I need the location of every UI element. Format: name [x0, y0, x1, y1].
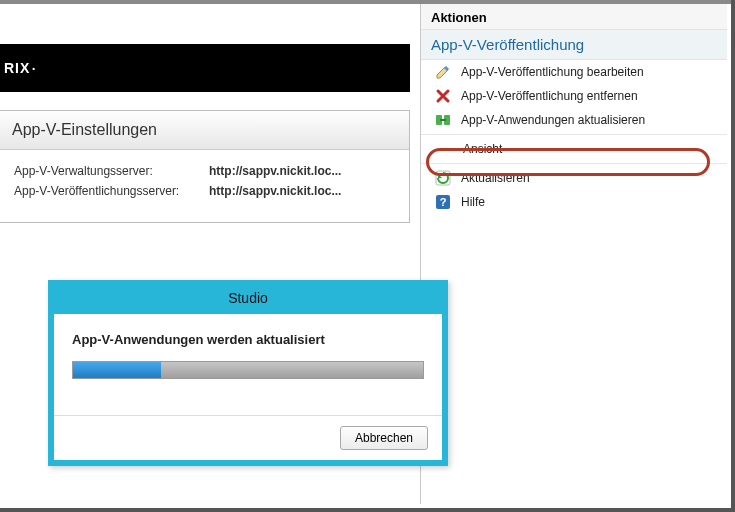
actions-subheader: App-V-Veröffentlichung — [421, 30, 727, 60]
divider — [421, 134, 727, 135]
delete-icon — [435, 88, 451, 104]
actions-pane: Aktionen App-V-Veröffentlichung App-V-Ve… — [420, 4, 727, 504]
svg-text:?: ? — [440, 196, 447, 208]
help-icon: ? — [435, 194, 451, 210]
refresh-green-icon — [435, 112, 451, 128]
action-remove-publishing[interactable]: App-V-Veröffentlichung entfernen — [421, 84, 727, 108]
main-content: RIX • App-V-Einstellungen App-V-Verwaltu… — [0, 44, 410, 223]
settings-label: App-V-Verwaltungsserver: — [14, 164, 209, 178]
dialog-title: Studio — [54, 286, 442, 314]
action-refresh-applications[interactable]: App-V-Anwendungen aktualisieren — [421, 108, 727, 132]
dialog-message: App-V-Anwendungen werden aktualisiert — [72, 332, 424, 347]
settings-row: App-V-Verwaltungsserver: http://sappv.ni… — [14, 164, 395, 178]
action-label: App-V-Veröffentlichung entfernen — [461, 89, 638, 103]
settings-label: App-V-Veröffentlichungsserver: — [14, 184, 209, 198]
pencil-icon — [435, 64, 451, 80]
action-label: App-V-Veröffentlichung bearbeiten — [461, 65, 644, 79]
settings-title: App-V-Einstellungen — [0, 111, 409, 150]
brand-dot: • — [32, 64, 36, 73]
cancel-button[interactable]: Abbrechen — [340, 426, 428, 450]
settings-body: App-V-Verwaltungsserver: http://sappv.ni… — [0, 150, 409, 222]
action-help[interactable]: ? Hilfe — [421, 190, 727, 214]
settings-value: http://sappv.nickit.loc... — [209, 164, 341, 178]
dialog-footer: Abbrechen — [54, 415, 442, 460]
brand-logo-text: RIX — [4, 60, 30, 76]
dialog-body: App-V-Anwendungen werden aktualisiert — [54, 314, 442, 415]
progress-fill — [73, 362, 161, 378]
settings-panel: App-V-Einstellungen App-V-Verwaltungsser… — [0, 110, 410, 223]
divider — [421, 163, 727, 164]
settings-row: App-V-Veröffentlichungsserver: http://sa… — [14, 184, 395, 198]
action-label: Ansicht — [463, 142, 502, 156]
action-edit-publishing[interactable]: App-V-Veröffentlichung bearbeiten — [421, 60, 727, 84]
action-label: Aktualisieren — [461, 171, 530, 185]
action-label: App-V-Anwendungen aktualisieren — [461, 113, 645, 127]
progress-dialog: Studio App-V-Anwendungen werden aktualis… — [48, 280, 448, 466]
action-label: Hilfe — [461, 195, 485, 209]
progress-bar — [72, 361, 424, 379]
brand-bar: RIX • — [0, 44, 410, 92]
refresh-icon — [435, 170, 451, 186]
settings-value: http://sappv.nickit.loc... — [209, 184, 341, 198]
action-view[interactable]: Ansicht — [421, 137, 727, 161]
actions-header: Aktionen — [421, 4, 727, 30]
action-refresh[interactable]: Aktualisieren — [421, 166, 727, 190]
